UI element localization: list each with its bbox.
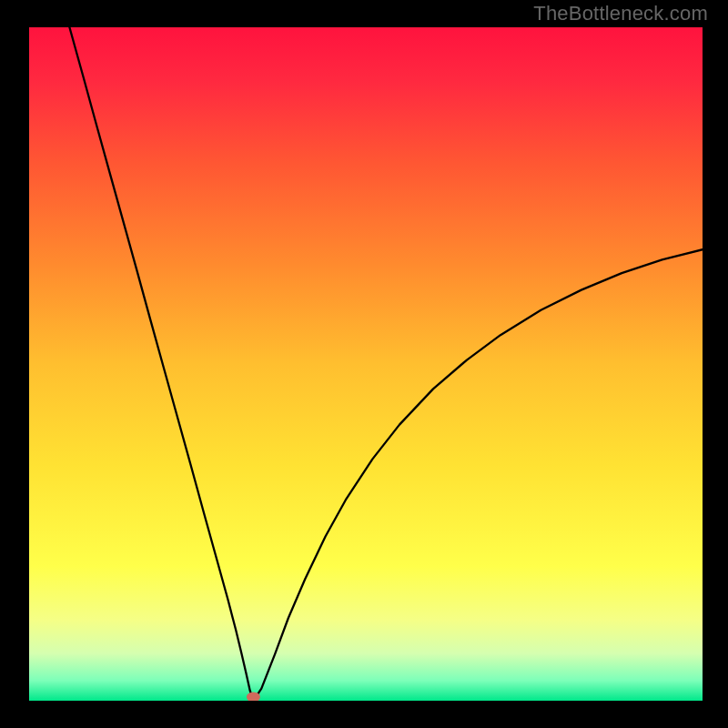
chart-frame: TheBottleneck.com [0, 0, 728, 728]
watermark-text: TheBottleneck.com [533, 2, 708, 25]
plot-background [29, 27, 703, 701]
bottleneck-chart [29, 27, 703, 701]
